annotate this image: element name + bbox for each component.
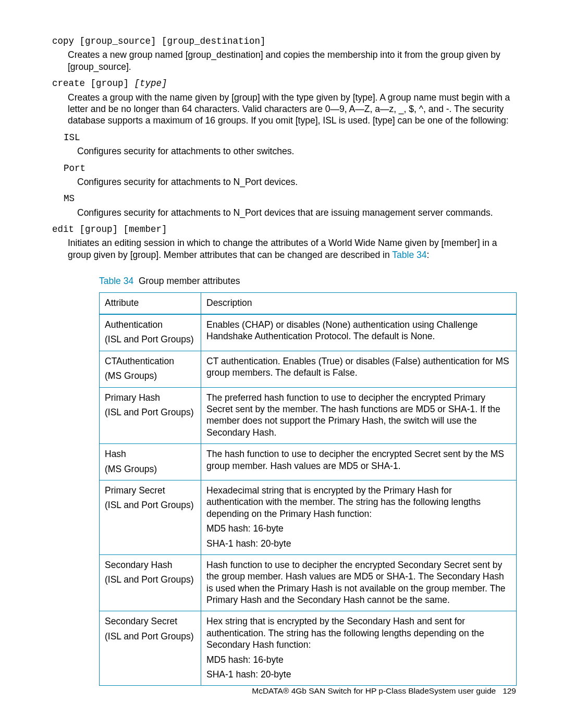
group-member-attributes-table: Attribute Description Authentication(ISL… xyxy=(99,292,517,686)
desc-cell: Hexadecimal string that is encrypted by … xyxy=(201,480,517,554)
type-ms-key: MS xyxy=(64,193,516,204)
type-port-desc: Configures security for attachments to N… xyxy=(77,176,516,188)
page-footer: McDATA® 4Gb SAN Switch for HP p-Class Bl… xyxy=(0,686,563,696)
cmd-edit-syntax: edit [group] [member] xyxy=(52,224,516,235)
desc-cell: The hash function to use to decipher the… xyxy=(201,444,517,480)
desc-cell: Hex string that is encrypted by the Seco… xyxy=(201,611,517,686)
attr-cell: Hash(MS Groups) xyxy=(100,444,201,480)
col-description: Description xyxy=(201,292,517,314)
type-isl-desc: Configures security for attachments to o… xyxy=(77,145,516,157)
attr-cell: Secondary Secret(ISL and Port Groups) xyxy=(100,611,201,686)
desc-cell: The preferred hash function to use to de… xyxy=(201,387,517,444)
cmd-edit-desc: Initiates an editing session in which to… xyxy=(68,237,516,261)
table-row: Primary Secret(ISL and Port Groups)Hexad… xyxy=(100,480,517,554)
type-isl-key: ISL xyxy=(64,132,516,143)
table-row: CTAuthentication(MS Groups)CT authentica… xyxy=(100,351,517,387)
table-row: Secondary Secret(ISL and Port Groups)Hex… xyxy=(100,611,517,686)
table-row: Hash(MS Groups)The hash function to use … xyxy=(100,444,517,480)
table-link[interactable]: Table 34 xyxy=(392,250,426,260)
cmd-copy-desc: Creates a new group named [group_destina… xyxy=(68,49,516,72)
table-row: Authentication(ISL and Port Groups)Enabl… xyxy=(100,314,517,351)
cmd-copy-syntax: copy [group_source] [group_destination] xyxy=(52,35,516,47)
cmd-create-syntax: create [group] [type] xyxy=(52,78,516,89)
attr-cell: Secondary Hash(ISL and Port Groups) xyxy=(100,554,201,611)
type-ms-desc: Configures security for attachments to N… xyxy=(77,207,516,218)
col-attribute: Attribute xyxy=(100,292,201,314)
table-header-row: Attribute Description xyxy=(100,292,517,314)
cmd-create-desc: Creates a group with the name given by [… xyxy=(68,92,516,127)
attr-cell: Primary Secret(ISL and Port Groups) xyxy=(100,480,201,554)
table-row: Secondary Hash(ISL and Port Groups)Hash … xyxy=(100,554,517,611)
table-caption: Table 34 Group member attributes xyxy=(99,275,516,287)
attr-cell: Primary Hash(ISL and Port Groups) xyxy=(100,387,201,444)
attr-cell: CTAuthentication(MS Groups) xyxy=(100,351,201,387)
page-content: copy [group_source] [group_destination] … xyxy=(0,0,563,686)
table-row: Primary Hash(ISL and Port Groups)The pre… xyxy=(100,387,517,444)
desc-cell: Hash function to use to decipher the enc… xyxy=(201,554,517,611)
desc-cell: CT authentication. Enables (True) or dis… xyxy=(201,351,517,387)
attr-cell: Authentication(ISL and Port Groups) xyxy=(100,314,201,351)
desc-cell: Enables (CHAP) or disables (None) authen… xyxy=(201,314,517,351)
type-port-key: Port xyxy=(64,163,516,174)
